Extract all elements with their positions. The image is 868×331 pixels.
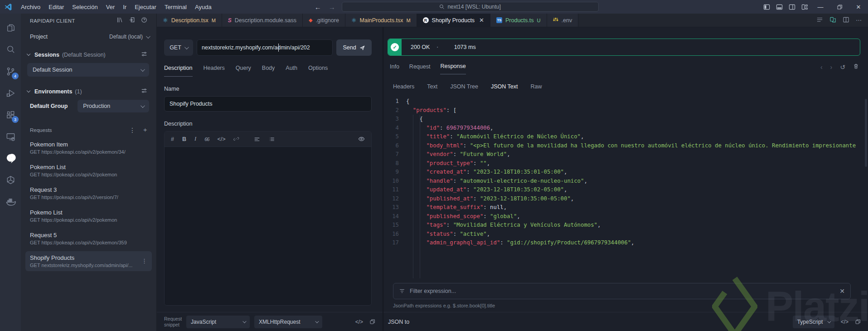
nav-forward-icon[interactable]: → [329, 3, 335, 11]
menu-ejecutar[interactable]: Ejecutar [131, 2, 160, 12]
tab-description[interactable]: Description [164, 65, 193, 77]
container-tools-icon[interactable] [3, 173, 18, 187]
tab-gitignore[interactable]: ◆ .gitignore [303, 14, 345, 27]
close-filter-icon[interactable]: ✕ [839, 287, 845, 295]
session-settings-icon[interactable] [141, 51, 147, 58]
tab-mainproducts-tsx[interactable]: ⚛ MainProducts.tsx M [345, 14, 417, 27]
help-icon[interactable] [141, 17, 147, 25]
window-restore-button[interactable] [830, 0, 849, 14]
history-icon[interactable]: ↺ [840, 63, 845, 71]
menu-ayuda[interactable]: Ayuda [191, 2, 216, 12]
toggle-secondary-sidebar-icon[interactable] [786, 0, 798, 14]
json-response-viewer[interactable]: 1234567891011121314151617 { "products": … [383, 97, 868, 278]
quote-icon[interactable]: 66 [204, 136, 209, 142]
collections-icon[interactable] [116, 17, 123, 25]
subtab-json-tree[interactable]: JSON Tree [450, 83, 478, 90]
italic-icon[interactable]: I [194, 136, 196, 142]
explorer-icon[interactable] [3, 20, 18, 35]
tab-query[interactable]: Query [236, 65, 251, 77]
rapidapi-client-icon[interactable]: R [3, 151, 18, 166]
tab-request[interactable]: Request [409, 63, 431, 74]
tab-env[interactable]: .env [547, 14, 579, 27]
menu-ir[interactable]: Ir [119, 2, 131, 12]
view-code-icon[interactable]: </> [841, 319, 849, 325]
request-item[interactable]: Pokemon Item GET https://pokeapi.co/api/… [21, 138, 156, 158]
scrollbar-thumb[interactable] [865, 99, 867, 167]
tab-body[interactable]: Body [262, 65, 275, 77]
tab-products-ts[interactable]: TS Products.ts U [490, 14, 547, 27]
close-tab-icon[interactable]: ✕ [479, 17, 484, 24]
tab-description-tsx[interactable]: ⚛ Description.tsx M [157, 14, 222, 27]
nav-back-icon[interactable]: ← [315, 3, 321, 11]
environment-select[interactable]: Production [78, 100, 149, 112]
description-textarea[interactable] [165, 147, 371, 305]
copy-icon[interactable] [855, 319, 861, 325]
bold-icon[interactable]: B [182, 136, 186, 142]
convert-target-select[interactable]: TypeScript [793, 316, 834, 328]
menu-editar[interactable]: Editar [44, 2, 68, 12]
request-item[interactable]: Pokemo List GET https://pokeapi.co/api/v… [21, 206, 156, 226]
view-code-icon[interactable]: </> [355, 319, 363, 325]
request-item[interactable]: Pokemon List GET https://pokeapi.co/api/… [21, 161, 156, 180]
command-center-search[interactable]: next14 [WSL: Ubuntu] [342, 2, 599, 12]
window-minimize-button[interactable]: — [811, 0, 830, 14]
search-sidebar-icon[interactable] [3, 42, 18, 57]
preview-eye-icon[interactable] [358, 136, 365, 142]
tab-shopify-products[interactable]: R Shopify Products ✕ [417, 14, 490, 27]
copy-icon[interactable] [369, 319, 375, 325]
extensions-icon[interactable]: 3 [3, 107, 18, 122]
snippet-language-select[interactable]: JavaScript [186, 316, 250, 328]
align-icon[interactable] [254, 136, 260, 142]
docker-icon[interactable] [3, 195, 18, 209]
project-selector[interactable]: Default (local) [109, 34, 149, 40]
menu-terminal[interactable]: Terminal [160, 2, 191, 12]
url-input[interactable] [197, 39, 333, 56]
session-select[interactable]: Default Session [27, 63, 149, 77]
request-name-input[interactable] [164, 96, 372, 112]
tab-response[interactable]: Response [440, 63, 466, 74]
snippet-library-select[interactable]: XMLHttpRequest [254, 316, 322, 328]
menu-archivo[interactable]: Archivo [17, 2, 44, 12]
run-debug-icon[interactable] [3, 86, 18, 100]
tab-options[interactable]: Options [308, 65, 328, 77]
tab-headers[interactable]: Headers [204, 65, 225, 77]
source-control-icon[interactable]: 4 [3, 64, 18, 78]
subtab-headers[interactable]: Headers [393, 83, 414, 90]
tab-info[interactable]: Info [390, 63, 399, 74]
request-options-icon[interactable]: ⋮ [141, 258, 147, 264]
toggle-sidebar-icon[interactable] [760, 0, 773, 14]
toggle-panel-icon[interactable] [773, 0, 786, 14]
editor-layout-list-icon[interactable] [816, 16, 823, 24]
history-prev-icon[interactable]: ‹ [820, 63, 823, 71]
import-request-icon[interactable] [129, 17, 135, 25]
sessions-section-header[interactable]: Sessions (Default Session) [21, 51, 156, 58]
open-changes-icon[interactable] [829, 16, 836, 24]
subtab-text[interactable]: Text [427, 83, 437, 90]
link-icon[interactable] [233, 136, 239, 142]
requests-more-icon[interactable]: ⋮ [129, 127, 136, 134]
window-close-button[interactable]: ✕ [849, 0, 868, 14]
add-request-icon[interactable]: ＋ [142, 126, 148, 134]
environments-section-header[interactable]: Environments (1) [21, 88, 156, 95]
heading-icon[interactable]: # [171, 136, 174, 142]
menu-ver[interactable]: Ver [102, 2, 119, 12]
environment-settings-icon[interactable] [141, 88, 147, 95]
more-actions-icon[interactable]: ⋯ [856, 17, 862, 24]
history-next-icon[interactable]: › [830, 63, 833, 71]
list-icon[interactable] [268, 136, 275, 142]
remote-explorer-icon[interactable] [3, 129, 18, 144]
subtab-raw[interactable]: Raw [531, 83, 542, 90]
subtab-json-text[interactable]: JSON Text [491, 83, 518, 90]
request-item[interactable]: Request 3 GET https://pokeapi.co/api/v2/… [21, 183, 156, 203]
send-button[interactable]: Send [336, 39, 372, 56]
request-item-selected[interactable]: Shopify Products GET nextstorekriz.mysho… [25, 251, 152, 271]
tab-auth[interactable]: Auth [286, 65, 297, 77]
code-icon[interactable]: </> [217, 136, 225, 142]
method-select[interactable]: GET [164, 39, 193, 56]
filter-expression-input[interactable] [410, 288, 835, 294]
split-editor-icon[interactable] [843, 16, 849, 24]
delete-response-icon[interactable] [853, 63, 859, 71]
tab-description-module-sass[interactable]: S Description.module.sass [222, 14, 303, 27]
request-item[interactable]: Request 5 GET https://pokeapi.co/api/v2/… [21, 229, 156, 248]
customize-layout-icon[interactable] [798, 0, 811, 14]
